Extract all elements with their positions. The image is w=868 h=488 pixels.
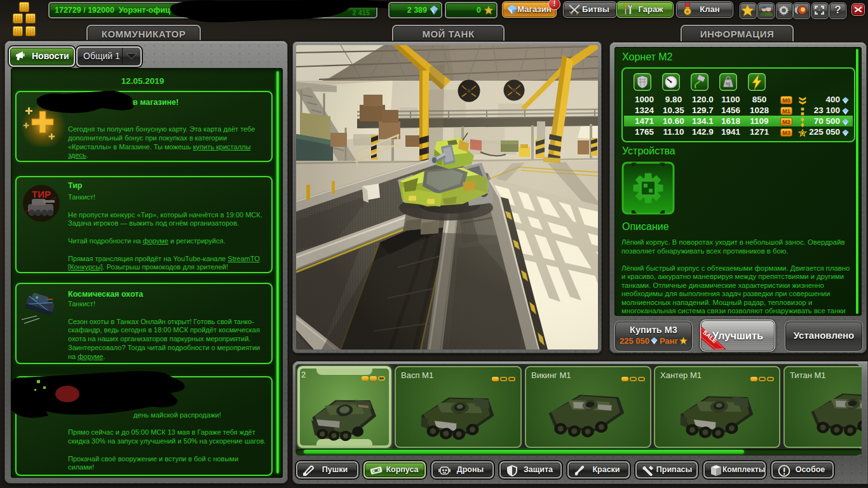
svg-text:kg: kg xyxy=(726,81,731,86)
svg-text:ТИР: ТИР xyxy=(32,189,51,200)
